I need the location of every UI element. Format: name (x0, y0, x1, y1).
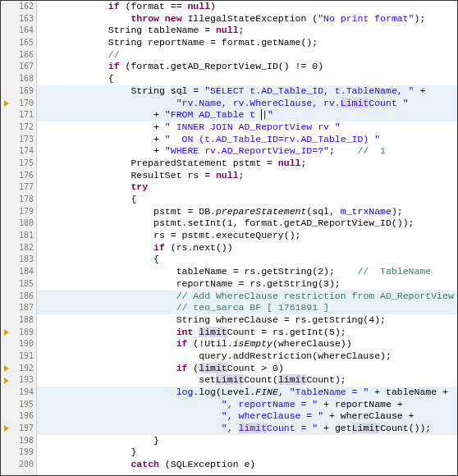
gutter-line: 193 (1, 374, 36, 387)
code-line[interactable]: String whereClause = rs.getString(4); (37, 314, 457, 327)
line-number: 187 (19, 302, 34, 314)
code-line[interactable]: catch (SQLException e) (37, 459, 457, 471)
code-line[interactable]: PreparedStatement pstmt = null; (37, 158, 457, 170)
gutter-line: 179 (1, 206, 36, 218)
gutter-line: 162 (1, 1, 36, 13)
code-line[interactable]: if (format == null) (37, 1, 457, 13)
gutter-line: 195 (1, 399, 36, 411)
line-number: 169 (19, 85, 34, 98)
gutter-line: 173 (1, 134, 36, 146)
line-number: 165 (19, 37, 34, 49)
gutter-line: 192 (1, 363, 36, 375)
code-line[interactable]: pstmt.setInt(1, format.getAD_ReportView_… (37, 217, 457, 230)
code-line[interactable]: if (!Util.isEmpty(whereClause)) (37, 338, 457, 350)
gutter-line: 190 (1, 338, 36, 350)
code-line[interactable]: + "WHERE rv.AD_ReportView_ID=?"; // 1 (37, 145, 457, 158)
gutter-line: 164 (1, 25, 36, 37)
gutter-line: 186 (1, 291, 36, 303)
line-number: 199 (19, 446, 34, 459)
gutter-line: 178 (1, 194, 36, 206)
line-number: 186 (19, 291, 34, 303)
change-marker-icon (2, 364, 11, 373)
code-line[interactable]: query.addRestriction(whereClause); (37, 350, 457, 363)
code-line[interactable]: rs = pstmt.executeQuery(); (37, 230, 457, 242)
code-line[interactable]: log.log(Level.FINE, "TableName = " + tab… (37, 387, 457, 399)
code-line[interactable]: + "FROM AD_Table t |" (37, 109, 457, 121)
gutter-line: 169 (1, 85, 36, 98)
gutter-line: 198 (1, 435, 36, 447)
line-number: 194 (19, 387, 34, 399)
line-number: 174 (19, 145, 34, 158)
gutter-line: 185 (1, 278, 36, 291)
line-number: 173 (19, 134, 34, 146)
line-number: 188 (19, 314, 34, 327)
code-line[interactable]: setLimitCount(limitCount); (37, 374, 457, 387)
gutter-line: 200 (1, 459, 36, 471)
code-line[interactable]: ResultSet rs = null; (37, 170, 457, 182)
line-number: 182 (19, 242, 34, 254)
code-line[interactable]: String reportName = format.getName(); (37, 37, 457, 49)
code-line[interactable]: ", reportName = " + reportName + (37, 399, 457, 411)
line-number: 177 (19, 181, 34, 194)
line-number: 166 (19, 49, 34, 62)
line-number: 189 (19, 327, 34, 339)
gutter-line: 171 (1, 109, 36, 121)
line-number: 184 (19, 266, 34, 278)
gutter-line: 170 (1, 98, 36, 110)
gutter-line: 183 (1, 254, 36, 266)
code-line[interactable]: // Add WhereClause restriction from AD_R… (37, 291, 457, 303)
line-number: 171 (19, 109, 34, 121)
code-line[interactable]: { (37, 254, 457, 266)
code-line[interactable]: try (37, 181, 457, 194)
code-line[interactable]: pstmt = DB.prepareStatement(sql, m_trxNa… (37, 206, 457, 218)
line-number: 164 (19, 25, 34, 37)
change-marker-icon (2, 99, 11, 108)
line-number: 179 (19, 206, 34, 218)
change-marker-icon (2, 424, 11, 433)
code-line[interactable]: if (limitCount > 0) (37, 363, 457, 375)
gutter-line: 174 (1, 145, 36, 158)
gutter-line: 191 (1, 350, 36, 363)
code-line[interactable]: ", limitCount = " + getLimitCount()); (37, 423, 457, 435)
code-line[interactable]: } (37, 435, 457, 447)
line-number: 198 (19, 435, 34, 447)
change-marker-icon (2, 328, 11, 336)
code-line[interactable]: } (37, 446, 457, 459)
change-marker-icon (2, 377, 11, 385)
code-line[interactable]: reportName = rs.getString(3); (37, 278, 457, 291)
code-line[interactable]: // teo_sarca BF [ 1761891 ] (37, 302, 457, 314)
code-line[interactable]: "rv.Name, rv.WhereClause, rv.LimitCount … (37, 98, 457, 110)
code-line[interactable]: ", whereClause = " + whereClause + (37, 410, 457, 423)
gutter-line: 175 (1, 158, 36, 170)
line-gutter: 1621631641651661671681691701711721731741… (1, 1, 37, 475)
line-number: 197 (19, 423, 34, 435)
code-editor[interactable]: if (format == null) throw new IllegalSta… (37, 1, 457, 475)
gutter-line: 172 (1, 121, 36, 134)
code-line[interactable]: String tableName = null; (37, 25, 457, 37)
gutter-line: 180 (1, 217, 36, 230)
code-line[interactable]: { (37, 194, 457, 206)
code-line[interactable]: + " ON (t.AD_Table_ID=rv.AD_Table_ID) " (37, 134, 457, 146)
line-number: 181 (19, 230, 34, 242)
line-number: 167 (19, 61, 34, 73)
line-number: 178 (19, 194, 34, 206)
line-number: 191 (19, 350, 34, 363)
code-line[interactable]: if (rs.next()) (37, 242, 457, 254)
line-number: 170 (19, 98, 34, 110)
code-line[interactable]: if (format.getAD_ReportView_ID() != 0) (37, 61, 457, 73)
code-line[interactable]: String sql = "SELECT t.AD_Table_ID, t.Ta… (37, 85, 457, 98)
code-line[interactable]: // (37, 49, 457, 62)
gutter-line: 177 (1, 181, 36, 194)
code-line[interactable]: int limitCount = rs.getInt(5); (37, 327, 457, 339)
gutter-line: 168 (1, 73, 36, 85)
code-line[interactable]: throw new IllegalStateException ("No pri… (37, 13, 457, 25)
gutter-line: 181 (1, 230, 36, 242)
code-line[interactable]: { (37, 73, 457, 85)
gutter-line: 163 (1, 13, 36, 25)
gutter-line: 184 (1, 266, 36, 278)
code-line[interactable]: tableName = rs.getString(2); // TableNam… (37, 266, 457, 278)
code-line[interactable]: + " INNER JOIN AD_ReportView rv " (37, 121, 457, 134)
gutter-line: 194 (1, 387, 36, 399)
line-number: 176 (19, 170, 34, 182)
gutter-line: 188 (1, 314, 36, 327)
